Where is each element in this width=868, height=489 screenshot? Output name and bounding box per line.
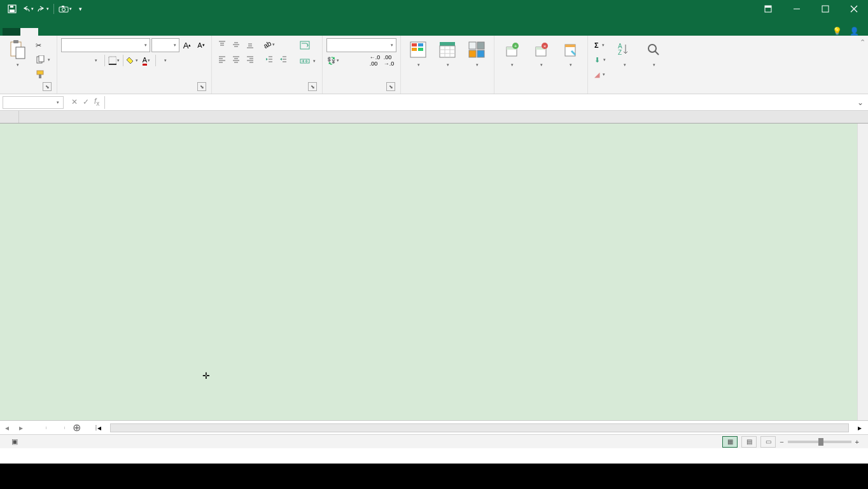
close-button[interactable] — [839, 0, 868, 18]
svg-rect-63 — [469, 50, 476, 57]
grow-font-button[interactable]: A▴ — [181, 39, 193, 52]
add-sheet-button[interactable]: ⊕ — [65, 422, 88, 434]
format-cells-button[interactable]: ▾ — [557, 38, 584, 69]
tell-me-input[interactable]: 💡 — [832, 27, 844, 36]
collapse-ribbon-button[interactable]: ⌃ — [857, 36, 868, 94]
format-table-button[interactable]: ▾ — [434, 38, 461, 69]
number-launcher[interactable]: ⬊ — [386, 82, 395, 91]
qat-customize[interactable]: ▾ — [73, 2, 87, 16]
comma-button[interactable] — [354, 54, 367, 67]
italic-button[interactable] — [75, 54, 88, 67]
cancel-formula-button[interactable]: ✕ — [71, 97, 78, 106]
macro-indicator[interactable]: ▣ — [11, 437, 18, 446]
page-break-view-button[interactable]: ▭ — [760, 436, 776, 448]
align-center-button[interactable] — [230, 53, 242, 66]
fx-button[interactable]: fx — [94, 97, 99, 107]
percent-button[interactable] — [340, 54, 353, 67]
tab-home[interactable] — [20, 28, 38, 36]
orientation-button[interactable]: ab▾ — [263, 38, 276, 51]
sort-filter-button[interactable]: AZ▾ — [611, 38, 638, 69]
align-middle-button[interactable] — [230, 38, 242, 51]
clear-button[interactable]: ◢▾ — [592, 67, 608, 82]
tab-addins[interactable] — [163, 28, 181, 36]
name-box[interactable]: ▾ — [3, 96, 64, 109]
tab-powerview[interactable] — [234, 28, 252, 36]
normal-view-button[interactable]: ▦ — [722, 436, 738, 448]
maximize-button[interactable] — [811, 0, 839, 18]
sheet-nav-prev[interactable]: ◂ — [0, 423, 14, 432]
cell-styles-button[interactable]: ▾ — [463, 38, 490, 69]
underline-button[interactable]: ▾ — [89, 54, 102, 67]
autosum-button[interactable]: Σ▾ — [592, 38, 608, 52]
font-color-button[interactable]: A▾ — [140, 54, 153, 67]
align-left-button[interactable] — [216, 53, 228, 66]
align-top-button[interactable] — [216, 38, 228, 51]
select-all-corner[interactable] — [0, 111, 19, 123]
tab-loadtest[interactable] — [181, 28, 199, 36]
align-launcher[interactable]: ⬊ — [308, 82, 317, 91]
redo-button[interactable]: ▾ — [36, 2, 50, 16]
tab-team[interactable] — [216, 28, 234, 36]
outdent-button[interactable] — [263, 53, 276, 66]
pinyin-button[interactable]: ▾ — [158, 54, 171, 67]
font-size-combo[interactable]: ▾ — [151, 38, 179, 52]
bold-button[interactable] — [61, 54, 74, 67]
increase-decimal-button[interactable]: ←.0.00 — [368, 54, 381, 67]
copy-button[interactable]: ▾ — [33, 53, 53, 67]
tab-dev[interactable] — [145, 28, 163, 36]
format-painter-button[interactable] — [33, 67, 53, 82]
sheet-tab-production[interactable] — [46, 427, 65, 429]
shrink-font-button[interactable]: A▾ — [195, 39, 207, 52]
cut-button[interactable]: ✂ — [33, 38, 53, 52]
tab-review[interactable] — [109, 28, 127, 36]
font-name-combo[interactable]: ▾ — [61, 38, 150, 52]
ribbon-options-button[interactable] — [753, 0, 782, 18]
number-format-combo[interactable]: ▾ — [326, 38, 396, 52]
save-button[interactable] — [5, 2, 19, 16]
share-button[interactable]: 👤 — [850, 27, 862, 36]
clipboard-launcher[interactable]: ⬊ — [43, 82, 52, 91]
hscroll-left[interactable]: ◂ — [97, 423, 101, 432]
vertical-scrollbar[interactable] — [857, 124, 868, 420]
align-bottom-button[interactable] — [244, 38, 256, 51]
undo-button[interactable]: ▾ — [20, 2, 34, 16]
hscroll-right[interactable]: ▸ — [858, 423, 862, 432]
titlebar: ▾ ▾ ▾ ▾ — [0, 0, 868, 18]
tab-layout[interactable] — [56, 28, 74, 36]
align-right-button[interactable] — [244, 53, 256, 66]
svg-rect-5 — [62, 6, 64, 7]
decrease-decimal-button[interactable]: .00→.0 — [382, 54, 395, 67]
tab-view[interactable] — [127, 28, 145, 36]
zoom-out-button[interactable]: − — [780, 438, 783, 446]
horizontal-scrollbar[interactable] — [110, 423, 849, 432]
camera-button[interactable]: ▾ — [58, 2, 72, 16]
paste-button[interactable]: ▾ — [4, 38, 31, 69]
merge-button[interactable]: ▾ — [297, 54, 318, 68]
minimize-button[interactable] — [782, 0, 811, 18]
sheet-nav-next[interactable]: ▸ — [14, 423, 28, 432]
formula-input[interactable] — [104, 96, 853, 109]
tab-formulas[interactable] — [74, 28, 92, 36]
zoom-in-button[interactable]: + — [855, 438, 859, 446]
tab-insert[interactable] — [38, 28, 56, 36]
delete-cells-button[interactable]: ×▾ — [528, 38, 554, 69]
tab-data[interactable] — [92, 28, 109, 36]
insert-cells-button[interactable]: +▾ — [498, 38, 525, 69]
expand-formula-bar-button[interactable]: ⌄ — [853, 98, 868, 107]
tab-powerpivot[interactable] — [199, 28, 216, 36]
fill-color-button[interactable]: ▾ — [126, 54, 139, 67]
wrap-text-button[interactable] — [297, 38, 318, 52]
zoom-slider[interactable] — [788, 441, 851, 443]
font-launcher[interactable]: ⬊ — [197, 82, 206, 91]
accounting-button[interactable]: 💱▾ — [326, 54, 339, 67]
find-select-button[interactable]: ▾ — [640, 38, 667, 69]
conditional-format-button[interactable]: ▾ — [405, 38, 431, 69]
fill-button[interactable]: ⬇▾ — [592, 53, 608, 67]
enter-formula-button[interactable]: ✓ — [83, 97, 89, 106]
svg-rect-16 — [39, 55, 44, 62]
sheet-tab-partial[interactable] — [28, 427, 46, 429]
indent-button[interactable] — [277, 53, 290, 66]
page-layout-view-button[interactable]: ▤ — [741, 436, 757, 448]
border-button[interactable]: ▾ — [108, 54, 120, 67]
tab-file[interactable] — [3, 28, 20, 36]
